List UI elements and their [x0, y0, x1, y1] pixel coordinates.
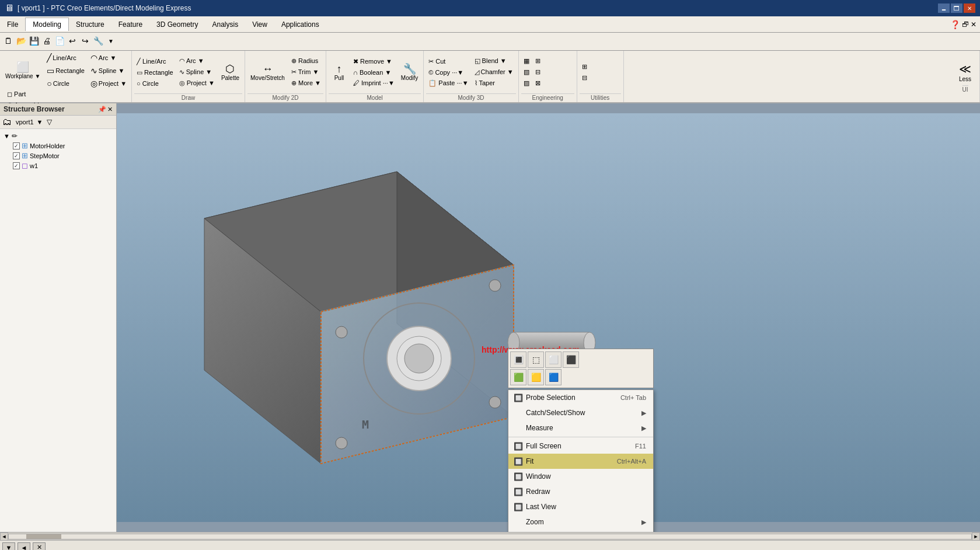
ribbon-spline[interactable]: ∿Spline ▼ [88, 65, 129, 76]
ribbon-line-arc[interactable]: ╱Line/Arc [44, 52, 87, 64]
sb-root-expand[interactable]: ▼ ✏ [2, 131, 114, 141]
ribbon-imprint[interactable]: 🖊 Imprint ···▼ [351, 78, 397, 88]
menu-3dgeometry[interactable]: 3D Geometry [149, 18, 205, 31]
sb-pin-btn[interactable]: 📌 [98, 106, 106, 113]
sb-check-motorholder[interactable] [13, 142, 20, 149]
ribbon-part[interactable]: ◻ Part [5, 89, 129, 99]
ctx-redraw[interactable]: 🔲 Redraw [508, 484, 653, 499]
ribbon-eng4[interactable]: ⊞ [533, 56, 543, 66]
ribbon-cut[interactable]: ✂ Cut [426, 57, 470, 67]
ribbon-radius[interactable]: ⊕ Radius [289, 56, 323, 66]
restore-icon[interactable]: 🗗 [962, 20, 969, 29]
help-icon[interactable]: ❓ [950, 20, 960, 29]
popup-icon-2[interactable]: ⬚ [528, 351, 544, 368]
ribbon-pull[interactable]: ↑ Pull [329, 62, 350, 83]
popup-icon-3[interactable]: ⬜ [545, 351, 562, 368]
menu-view[interactable]: View [245, 18, 274, 31]
list-item[interactable]: ⊞ StepMotor [12, 151, 114, 161]
sb-close-btn[interactable]: ✕ [107, 106, 113, 113]
section-label-draw[interactable]: Draw [134, 93, 242, 101]
ribbon-util1[interactable]: ⊞ [580, 62, 590, 72]
menu-structure[interactable]: Structure [69, 18, 111, 31]
ribbon-palette[interactable]: ⬡ Palette [218, 62, 242, 83]
ribbon-draw-circle[interactable]: ○ Circle [134, 79, 176, 88]
ribbon-eng2[interactable]: ▧ [521, 67, 532, 77]
sb-check-w1[interactable] [13, 162, 20, 169]
ribbon-move-stretch[interactable]: ↔ Move/Stretch [247, 62, 288, 83]
list-item[interactable]: ⊞ MotorHolder [12, 141, 114, 151]
tb-print[interactable]: 📄 [54, 35, 65, 47]
section-label-model[interactable]: Model [329, 93, 421, 101]
close-btn[interactable]: ✕ [964, 4, 975, 13]
sb-check-stepmotor[interactable] [13, 152, 20, 159]
tb-redo[interactable]: ↪ [79, 35, 91, 47]
ribbon-trim[interactable]: ✂ Trim ▼ [289, 67, 323, 77]
ribbon-modify[interactable]: 🔧 Modify [398, 62, 421, 83]
nav-back-btn[interactable]: ◄ [18, 542, 30, 551]
ribbon-boolean[interactable]: ∩ Boolean ▼ [351, 68, 397, 77]
section-label-modify3d[interactable]: Modify 3D [426, 93, 515, 101]
ribbon-chamfer[interactable]: ◿ Chamfer ▼ [472, 67, 516, 77]
ctx-fit[interactable]: 🔲 Fit Ctrl+Alt+A [508, 454, 653, 469]
ctx-full-screen[interactable]: 🔲 Full Screen F11 [508, 438, 653, 454]
menu-applications[interactable]: Applications [274, 18, 326, 31]
popup-icon-4[interactable]: ⬛ [563, 351, 579, 368]
ctx-window[interactable]: 🔲 Window [508, 469, 653, 484]
ribbon-workplane[interactable]: ⬜ Workplane ▼ [2, 60, 43, 81]
tb-save2[interactable]: 🖨 [41, 35, 53, 47]
menu-modeling[interactable]: Modeling [25, 18, 69, 31]
list-item[interactable]: ◻ w1 [12, 161, 114, 170]
ribbon-remove[interactable]: ✖ Remove ▼ [351, 57, 397, 67]
ribbon-draw-line[interactable]: ╱ Line/Arc [134, 57, 176, 67]
h-scrollbar-right-btn[interactable]: ► [972, 532, 980, 541]
viewport[interactable]: M http://www.crackcad.com 🔳 ⬚ ⬜ ⬛ 🟩 🟨 🟦 [117, 103, 980, 532]
maximize-btn[interactable]: 🗖 [951, 4, 962, 13]
ribbon-draw-project[interactable]: ◎ Project ▼ [177, 78, 217, 88]
h-scrollbar-thumb[interactable] [26, 534, 61, 539]
section-label-modify2d[interactable]: Modify 2D [247, 93, 323, 101]
tb-tool[interactable]: 🔧 [92, 35, 104, 47]
popup-icon-6[interactable]: 🟨 [528, 369, 544, 385]
ribbon-arc[interactable]: ◠Arc ▼ [88, 52, 129, 64]
ribbon-blend[interactable]: ◱ Blend ▼ [472, 56, 516, 66]
ctx-last-view[interactable]: 🔲 Last View [508, 499, 653, 514]
menu-feature[interactable]: Feature [111, 18, 149, 31]
tb-new[interactable]: 🗒 [2, 35, 14, 47]
section-label-utilities[interactable]: Utilities [580, 93, 621, 101]
ribbon-eng1[interactable]: ▦ [521, 56, 532, 66]
section-label-engineering[interactable]: Engineering [521, 93, 574, 101]
ribbon-rectangle[interactable]: ▭Rectangle [44, 65, 87, 76]
ribbon-project[interactable]: ◎Project ▼ [88, 78, 129, 89]
ribbon-draw-spline[interactable]: ∿ Spline ▼ [177, 67, 217, 77]
tb-dropdown[interactable]: ▼ [105, 35, 117, 47]
ribbon-draw-rect[interactable]: ▭ Rectangle [134, 68, 176, 78]
ribbon-copy[interactable]: © Copy ···▼ [426, 68, 470, 77]
h-scrollbar-track[interactable] [8, 534, 972, 539]
ribbon-eng5[interactable]: ⊟ [533, 67, 543, 77]
tb-undo[interactable]: ↩ [67, 35, 78, 47]
menu-file[interactable]: File [0, 18, 25, 31]
ribbon-circle[interactable]: ○Circle [44, 78, 87, 89]
ribbon-draw-arc[interactable]: ◠ Arc ▼ [177, 56, 217, 66]
ribbon-taper[interactable]: ⌇ Taper [472, 78, 516, 88]
sb-filter-btn[interactable]: ▽ [47, 118, 52, 126]
nav-dropdown-btn[interactable]: ▼ [2, 542, 15, 551]
h-scrollbar-left-btn[interactable]: ◄ [0, 532, 8, 541]
ctx-catch-select[interactable]: Catch/Select/Show ▶ [508, 405, 653, 420]
menu-analysis[interactable]: Analysis [205, 18, 245, 31]
ctx-rotate-center[interactable]: Rotate Center ▶ [508, 530, 653, 532]
minimize-btn[interactable]: 🗕 [938, 4, 950, 13]
close-doc-icon[interactable]: ✕ [971, 20, 976, 29]
ribbon-more[interactable]: ⊕ More ▼ [289, 78, 323, 88]
popup-icon-5[interactable]: 🟩 [510, 369, 526, 385]
ribbon-less[interactable]: ≪ Less [955, 60, 976, 84]
sb-dropdown-btn[interactable]: ▼ [37, 119, 43, 126]
ribbon-util2[interactable]: ⊟ [580, 73, 590, 83]
ribbon-eng6[interactable]: ⊠ [533, 78, 543, 88]
ctx-measure[interactable]: Measure ▶ [508, 420, 653, 436]
ribbon-paste[interactable]: 📋 Paste ···▼ [426, 78, 470, 88]
tb-open[interactable]: 📂 [15, 35, 27, 47]
ctx-zoom[interactable]: Zoom ▶ [508, 514, 653, 530]
nav-close-btn[interactable]: ✕ [33, 542, 46, 551]
ribbon-eng3[interactable]: ▨ [521, 78, 532, 88]
